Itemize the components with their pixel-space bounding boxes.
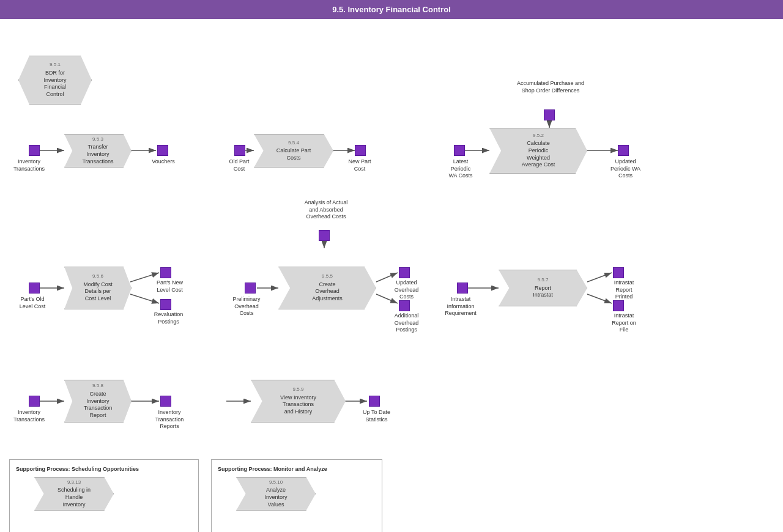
modify-cost-shape: 9.5.6 Modify CostDetails perCost Level: [64, 267, 132, 309]
transfer-shape: 9.5.3 TransferInventoryTransactions: [64, 134, 132, 168]
support-scheduling-box: Supporting Process: Scheduling Opportuni…: [9, 459, 199, 532]
parts-old-square: [29, 283, 40, 294]
intrastat-file-square: [613, 300, 624, 311]
intrastat-printed-label: IntrastatReportPrinted: [603, 279, 645, 301]
bdr-shape: 9.5.1 BDR forInventoryFinancialControl: [18, 56, 92, 105]
support-monitor-title: Supporting Process: Monitor and Analyze: [218, 466, 376, 472]
parts-new-label: Part's NewLevel Cost: [150, 279, 190, 294]
create-overhead-shape: 9.5.5 CreateOverheadAdjustments: [278, 267, 376, 309]
intrastat-file-label: IntrastatReport onFile: [603, 312, 645, 334]
updated-periodic-square: [618, 145, 629, 156]
prelim-overhead-square: [245, 283, 256, 294]
revaluation-square: [160, 299, 171, 310]
inv-trans-reports-label: InventoryTransactionReports: [148, 409, 191, 430]
calc-part-shape: 9.5.4 Calculate PartCosts: [254, 134, 333, 168]
acc-purchase-square: [544, 109, 555, 120]
updated-overhead-square: [399, 267, 410, 278]
scheduling-shape: 9.3.13 Scheduling inHandleInventory: [34, 477, 114, 511]
new-part-cost-label: New PartCost: [344, 158, 375, 172]
calc-periodic-shape: 9.5.2 CalculatePeriodicWeightedAverage C…: [489, 128, 587, 174]
latest-periodic-square: [454, 145, 465, 156]
acc-purchase-label: Accumulated Purchase andShop Order Diffe…: [502, 80, 599, 94]
prelim-overhead-label: PreliminaryOverheadCosts: [225, 296, 268, 317]
parts-old-label: Part's OldLevel Cost: [11, 296, 54, 310]
svg-line-11: [130, 294, 159, 303]
vouchers-square: [157, 145, 168, 156]
report-intrastat-shape: 9.5.7 ReportIntrastat: [499, 270, 587, 306]
inv-trans-1-label: InventoryTransactions: [6, 158, 52, 172]
analysis-label: Analysis of Actualand AbsorbedOverhead C…: [286, 199, 366, 221]
up-to-date-label: Up To DateStatistics: [357, 409, 396, 423]
inv-trans-reports-square: [160, 396, 171, 407]
intrastat-info-label: IntrastatInformationRequirement: [439, 296, 482, 317]
parts-new-square: [160, 267, 171, 278]
up-to-date-square: [369, 396, 380, 407]
updated-periodic-label: UpdatedPeriodic WACosts: [606, 158, 645, 180]
inv-trans-2-square: [29, 396, 40, 407]
page-title: 9.5. Inventory Financial Control: [0, 0, 783, 19]
new-part-cost-square: [355, 145, 366, 156]
analyze-shape: 9.5.10 AnalyzeInventoryValues: [236, 477, 316, 511]
intrastat-printed-square: [613, 267, 624, 278]
view-history-shape: 9.5.9 View InventoryTransactionsand Hist…: [251, 380, 346, 423]
inv-trans-2-label: InventoryTransactions: [6, 409, 52, 423]
old-part-cost-square: [234, 145, 245, 156]
create-report-shape: 9.5.8 CreateInventoryTransactionReport: [64, 380, 132, 423]
revaluation-label: RevaluationPostings: [149, 311, 188, 325]
old-part-cost-label: Old PartCost: [224, 158, 254, 172]
support-scheduling-title: Supporting Process: Scheduling Opportuni…: [16, 466, 192, 472]
updated-overhead-label: UpdatedOverheadCosts: [387, 279, 426, 301]
additional-overhead-label: AdditionalOverheadPostings: [387, 312, 426, 334]
intrastat-info-square: [457, 283, 468, 294]
latest-periodic-label: LatestPeriodicWA Costs: [439, 158, 482, 180]
inv-trans-1-square: [29, 145, 40, 156]
vouchers-label: Vouchers: [148, 158, 179, 166]
support-monitor-box: Supporting Process: Monitor and Analyze …: [211, 459, 382, 532]
analysis-square: [319, 230, 330, 241]
additional-overhead-square: [399, 300, 410, 311]
